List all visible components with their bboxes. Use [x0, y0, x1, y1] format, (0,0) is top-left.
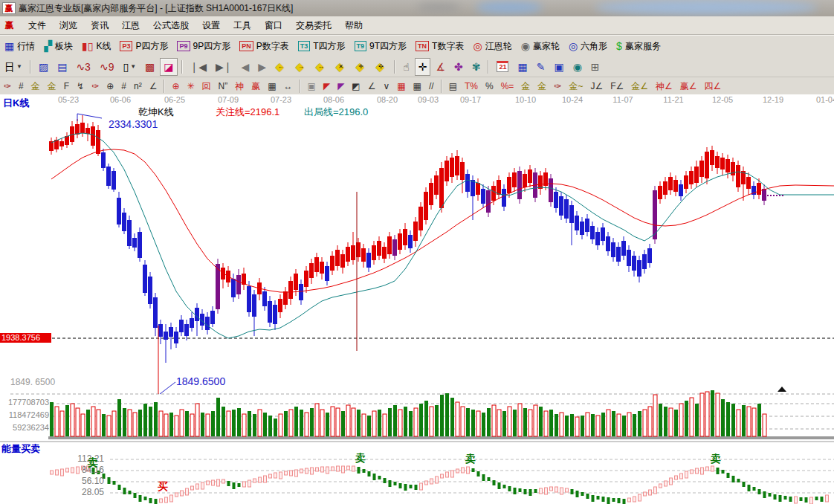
indicator-scale-3: 56.10 — [45, 476, 104, 486]
indicator-title: 能量买卖 — [1, 442, 40, 456]
kline-name-label: 乾坤K线 — [138, 106, 174, 119]
signal-sell-marker: 卖 — [88, 456, 98, 470]
volume-scale-3: 59236234 — [1, 423, 49, 432]
indicator-scale-4: 28.05 — [45, 487, 104, 497]
period-label: 日K线 — [3, 97, 29, 110]
signal-sell-marker: 卖 — [355, 452, 366, 465]
signal-sell-marker: 卖 — [465, 453, 476, 466]
low-price-left-label: 1849. 6500 — [10, 377, 55, 387]
app-window: { "window": { "logo": "赢", "title": "赢家江… — [0, 0, 834, 504]
signal-sell-marker: 卖 — [711, 453, 721, 466]
peak-price-label: 2334.3301 — [109, 118, 158, 130]
low-price-annotation: 1849.6500 — [176, 375, 225, 387]
kline-chart-canvas[interactable] — [0, 0, 834, 504]
signal-buy-marker: 买 — [158, 480, 168, 494]
alert-price-badge: 1938.3756 — [0, 333, 51, 343]
volume-scale-1: 177708703 — [1, 398, 49, 407]
watch-line-label: 关注线=2196.1 — [216, 106, 279, 119]
volume-scale-2: 118472469 — [1, 410, 49, 419]
exit-line-label: 出局线=2196.0 — [304, 106, 368, 119]
